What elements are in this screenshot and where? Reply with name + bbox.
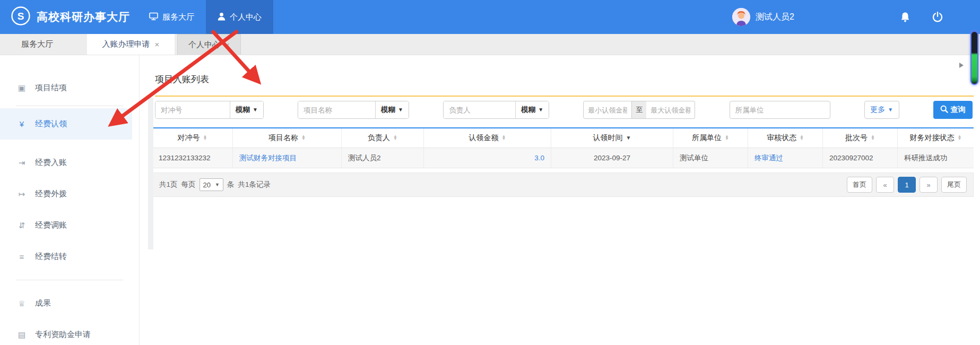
sidebar-item-funds-claim[interactable]: ¥ 经费认领 [0, 108, 132, 140]
table-header-row: 对冲号 ▲▼ 项目名称 ▲▼ 负责人 ▲▼ 认领金额 ▲▼ [152, 128, 974, 148]
fuzzy-match-dropdown[interactable]: 模糊 ▼ [515, 101, 549, 118]
offset-no-input[interactable] [155, 101, 230, 118]
sidebar-item-label: 经费结转 [35, 252, 67, 262]
fuzzy-label: 模糊 [381, 105, 395, 115]
sign-in-icon: ⇥ [16, 158, 28, 168]
tab-personal-center-label: 个人中心 [188, 40, 220, 50]
caret-down-icon: ▼ [538, 107, 543, 113]
col-label: 批次号 [845, 133, 868, 143]
tab-service-hall[interactable]: 服务大厅 [0, 34, 74, 55]
cell-offset-no: 1231232133232 [152, 148, 233, 168]
range-to-label: 至 [632, 101, 646, 119]
divider [16, 106, 123, 106]
panel-gutter [148, 98, 153, 249]
sidebar-item-label: 经费外拨 [35, 189, 67, 199]
col-label: 认领金额 [469, 133, 499, 143]
max-amount-input[interactable] [646, 101, 695, 119]
sidebar-item-patent-grant[interactable]: ▤ 专利资助金申请 [0, 319, 139, 345]
top-menu: 服务大厅 个人中心 [137, 0, 273, 34]
col-label: 所属单位 [692, 133, 722, 143]
search-button[interactable]: 查询 [933, 101, 973, 119]
sidebar-item-project-closure[interactable]: ▣ 项目结项 [0, 72, 139, 104]
tab-service-hall-label: 服务大厅 [21, 39, 53, 49]
power-icon[interactable] [932, 12, 943, 22]
close-icon[interactable]: × [155, 40, 160, 48]
avatar[interactable] [732, 8, 750, 26]
first-page-button[interactable]: 首页 [847, 177, 872, 193]
last-page-button[interactable]: 尾页 [941, 177, 967, 193]
col-header-unit[interactable]: 所属单位 ▲▼ [673, 128, 748, 148]
col-label: 对冲号 [178, 133, 200, 143]
audit-status-link[interactable]: 终审通过 [754, 154, 783, 162]
cell-leader: 测试人员2 [342, 148, 424, 168]
project-name-filter: 模糊 ▼ [298, 101, 409, 119]
tab-personal-center[interactable]: 个人中心 × [177, 34, 241, 55]
cell-unit: 测试单位 [673, 148, 748, 168]
amount-range-filter: 至 [583, 101, 695, 119]
cursor-arrow [959, 63, 964, 68]
nav-personal-center[interactable]: 个人中心 [206, 0, 273, 34]
prev-page-button[interactable]: « [876, 177, 894, 193]
close-icon[interactable]: × [225, 41, 230, 49]
sort-icon: ▲▼ [958, 135, 962, 141]
sidebar-item-funds-carryover[interactable]: ≡ 经费结转 [0, 241, 139, 272]
project-name-link[interactable]: 测试财务对接项目 [239, 154, 297, 162]
bell-icon[interactable] [900, 12, 910, 22]
fuzzy-match-dropdown[interactable]: 模糊 ▼ [230, 101, 263, 118]
user-name[interactable]: 测试人员2 [756, 12, 794, 23]
leader-input[interactable] [444, 101, 515, 118]
min-amount-input[interactable] [583, 101, 632, 119]
col-header-offset-no[interactable]: 对冲号 ▲▼ [152, 128, 233, 148]
col-label: 项目名称 [268, 133, 298, 143]
col-header-finance-status[interactable]: 财务对接状态 ▲▼ [898, 128, 974, 148]
app-logo-icon: S [11, 6, 31, 28]
col-header-batch-no[interactable]: 批次号 ▲▼ [823, 128, 898, 148]
sidebar-item-achievements[interactable]: ♕ 成果 [0, 288, 139, 319]
per-page-label: 每页 [181, 180, 196, 189]
sort-icon: ▲▼ [725, 135, 729, 141]
user-area: 测试人员2 [732, 0, 980, 34]
sidebar-item-funds-entry[interactable]: ⇥ 经费入账 [0, 147, 139, 178]
yen-icon: ¥ [16, 119, 28, 128]
col-header-amount[interactable]: 认领金额 ▲▼ [424, 128, 551, 148]
more-filters-button[interactable]: 更多 ▼ [864, 101, 899, 119]
sort-icon: ▲▼ [301, 135, 306, 141]
next-page-button[interactable]: » [920, 177, 938, 193]
pagination: 首页 « 1 » 尾页 [847, 177, 967, 193]
col-label: 审核状态 [767, 133, 796, 143]
nav-service-hall-label: 服务大厅 [162, 12, 194, 22]
top-navbar: S 高校科研办事大厅 服务大厅 个人中心 [0, 0, 980, 34]
sort-icon: ▲▼ [203, 135, 207, 141]
brand[interactable]: S 高校科研办事大厅 [0, 0, 137, 34]
title-underline [155, 96, 974, 97]
scrollbar-thumb[interactable] [970, 31, 978, 85]
sidebar-item-funds-adjustment[interactable]: ⇵ 经费调账 [0, 210, 139, 241]
col-header-project-name[interactable]: 项目名称 ▲▼ [233, 128, 342, 148]
col-header-claim-date[interactable]: 认领时间 ▼ [551, 128, 673, 148]
trophy-icon: ♕ [16, 299, 28, 308]
cell-finance-status: 科研推送成功 [898, 148, 974, 168]
tab-entry-application[interactable]: 入账办理申请 × [87, 34, 175, 55]
nav-service-hall[interactable]: 服务大厅 [137, 0, 206, 34]
divider [16, 280, 123, 280]
unit-input[interactable] [730, 101, 830, 119]
fuzzy-match-dropdown[interactable]: 模糊 ▼ [375, 101, 409, 118]
page-1-button[interactable]: 1 [898, 177, 916, 193]
project-name-input[interactable] [298, 101, 375, 118]
sidebar-item-label: 专利资助金申请 [35, 330, 91, 340]
package-icon: ▣ [16, 83, 28, 93]
table-footer: 共1页 每页 20 ▼ 条 共1条记录 首页 « 1 » 尾页 [152, 172, 974, 197]
chevron-down-icon: ▼ [215, 182, 220, 187]
amount-value: 3.0 [534, 154, 544, 162]
list-icon: ≡ [16, 252, 28, 261]
sidebar-item-funds-transfer-out[interactable]: ↦ 经费外拨 [0, 178, 139, 210]
caret-down-icon: ▼ [253, 107, 258, 113]
per-page-select[interactable]: 20 ▼ [200, 178, 223, 191]
col-header-leader[interactable]: 负责人 ▲▼ [342, 128, 424, 148]
col-header-audit-status[interactable]: 审核状态 ▲▼ [748, 128, 823, 148]
sort-desc-icon: ▼ [626, 135, 631, 141]
main-content: 项目入账列表 模糊 ▼ 模糊 ▼ [140, 55, 980, 345]
entry-list-table: 对冲号 ▲▼ 项目名称 ▲▼ 负责人 ▲▼ 认领金额 ▲▼ [152, 127, 974, 168]
sliders-icon: ⇵ [16, 221, 28, 230]
caret-down-icon: ▼ [888, 107, 893, 113]
